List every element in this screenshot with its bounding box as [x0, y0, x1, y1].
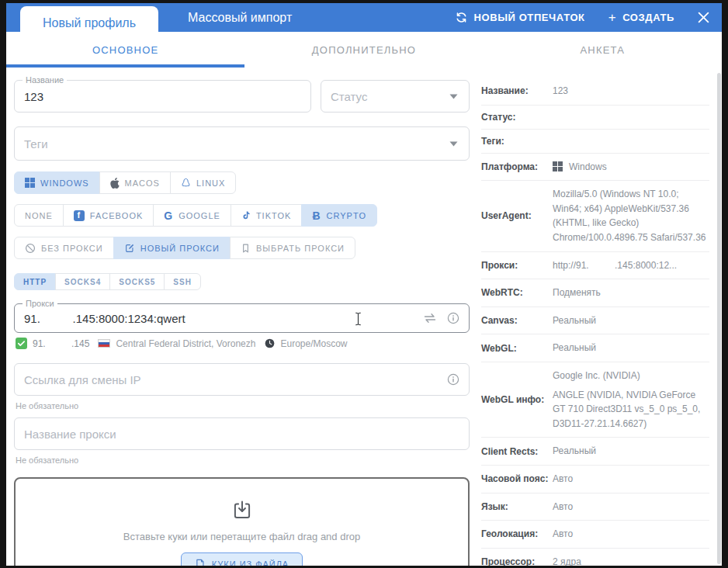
summary-value: Реальный [553, 313, 709, 328]
summary-label: Теги: [481, 136, 553, 147]
preset-none-button[interactable]: NONE [14, 204, 64, 227]
summary-value: Подменять [553, 286, 709, 300]
summary-row: Геолокация:Авто [481, 521, 709, 549]
status-placeholder: Статус [321, 90, 449, 103]
proxy-input[interactable] [15, 312, 423, 325]
clock-icon [265, 338, 275, 348]
close-button[interactable] [698, 12, 709, 23]
change-ip-input[interactable] [15, 373, 447, 386]
create-button[interactable]: + СОЗДАТЬ [608, 10, 674, 26]
proxy-name-field [14, 417, 470, 450]
preset-tiktok-label: TIKTOK [256, 211, 292, 220]
protocol-http-button[interactable]: HTTP [14, 273, 56, 290]
bitcoin-icon: Ƀ [312, 210, 321, 221]
ban-icon [25, 243, 36, 254]
check-icon [16, 338, 27, 349]
proxy-check-row: 91. .145 Central Federal District, Voron… [14, 338, 470, 349]
tab-questionnaire[interactable]: АНКЕТА [484, 32, 722, 68]
windows-icon [553, 161, 563, 171]
preset-crypto-button[interactable]: Ƀ CRYPTO [301, 204, 377, 227]
swap-icon[interactable] [423, 313, 437, 324]
proxy-check-location: Central Federal District, Voronezh [116, 338, 255, 349]
preset-google-button[interactable]: G GOOGLE [153, 204, 231, 227]
proxy-name-helper: Не обязательно [16, 455, 470, 465]
dialog-header: Новый профиль Массовый импорт НОВЫЙ ОТПЕ… [6, 3, 722, 32]
summary-row: Название:123 [481, 78, 709, 106]
change-ip-field [14, 363, 470, 396]
proxy-name-input[interactable] [15, 428, 469, 441]
windows-icon [25, 178, 35, 188]
os-linux-button[interactable]: LINUX [170, 171, 236, 194]
summary-value: Авто [553, 472, 709, 487]
preset-none-label: NONE [25, 211, 53, 220]
plus-icon: + [608, 10, 617, 26]
cookies-dropzone[interactable]: Вставьте куки или перетащите файл drag a… [14, 477, 470, 568]
bookmark-icon [241, 243, 251, 254]
info-icon[interactable] [447, 312, 459, 324]
preset-button-group: NONE f FACEBOOK G GOOGLE TIKTOK Ƀ [14, 204, 470, 227]
profile-summary-panel: Название:123Статус:Теги:Платформа:Window… [473, 68, 722, 566]
summary-label: WebGL: [481, 343, 553, 354]
profile-form: Название Статус Теги [6, 68, 473, 566]
tab-new-profile[interactable]: Новый профиль [20, 6, 158, 40]
preset-crypto-label: CRYPTO [327, 211, 366, 220]
new-fingerprint-label: НОВЫЙ ОТПЕЧАТОК [473, 12, 584, 23]
summary-label: WebRTC: [481, 287, 553, 298]
new-profile-dialog: Новый профиль Массовый импорт НОВЫЙ ОТПЕ… [0, 0, 728, 568]
upload-icon [231, 499, 254, 521]
new-fingerprint-button[interactable]: НОВЫЙ ОТПЕЧАТОК [456, 12, 584, 23]
tab-additional[interactable]: ДОПОЛНИТЕЛЬНО [244, 32, 483, 68]
summary-label: Статус: [481, 112, 553, 123]
info-icon[interactable] [447, 373, 459, 386]
select-proxy-button[interactable]: ВЫБРАТЬ ПРОКСИ [230, 237, 355, 259]
tab-bulk-import-label: Массовый импорт [188, 11, 292, 25]
tab-new-profile-label: Новый профиль [43, 16, 136, 30]
summary-label: Процессор: [481, 556, 553, 567]
status-select[interactable]: Статус [321, 80, 470, 113]
os-windows-label: WINDOWS [40, 178, 89, 188]
summary-label: Client Rects: [481, 446, 553, 457]
summary-label: WebGL инфо: [481, 394, 553, 405]
summary-row: UserAgent:Mozilla/5.0 (Windows NT 10.0; … [481, 181, 709, 251]
os-windows-button[interactable]: WINDOWS [14, 171, 100, 194]
new-proxy-button[interactable]: НОВЫЙ ПРОКСИ [113, 237, 231, 259]
proxy-field-label: Прокси [23, 299, 57, 309]
close-icon [698, 12, 709, 23]
proxy-mode-button-group: БЕЗ ПРОКСИ НОВЫЙ ПРОКСИ ВЫБРАТЬ ПРОКСИ [14, 237, 470, 259]
proxy-field: Прокси [14, 303, 470, 333]
tags-placeholder: Теги [15, 137, 449, 151]
protocol-ssh-button[interactable]: SSH [164, 273, 201, 290]
proxy-check-timezone: Europe/Moscow [280, 338, 347, 349]
preset-facebook-button[interactable]: f FACEBOOK [63, 204, 154, 227]
summary-row: WebGL инфо:Google Inc. (NVIDIA)ANGLE (NV… [481, 362, 709, 438]
summary-value: Авто [553, 527, 709, 542]
tags-select[interactable]: Теги [14, 126, 470, 161]
os-linux-label: LINUX [196, 178, 225, 188]
no-proxy-button[interactable]: БЕЗ ПРОКСИ [14, 237, 114, 259]
profile-name-input[interactable] [15, 90, 310, 103]
summary-row: Canvas:Реальный [481, 307, 709, 335]
summary-row: Прокси:http://91. .145:8000:12... [481, 252, 709, 280]
summary-value: Реальный [553, 341, 709, 355]
summary-row: WebRTC:Подменять [481, 279, 709, 307]
facebook-icon: f [74, 210, 85, 221]
preset-tiktok-button[interactable]: TIKTOK [231, 204, 303, 227]
vertical-scrollbar[interactable] [717, 73, 721, 564]
protocol-socks4-button[interactable]: SOCKS4 [55, 273, 110, 290]
proxy-check-ip: 91. .145 [33, 338, 89, 349]
summary-row: Платформа:Windows [481, 154, 709, 182]
text-cursor-icon [355, 312, 362, 326]
chevron-down-icon [449, 141, 458, 147]
summary-list: Название:123Статус:Теги:Платформа:Window… [481, 78, 709, 568]
proxy-protocol-group: HTTP SOCKS4 SOCKS5 SSH [14, 273, 470, 290]
dialog-body: Название Статус Теги [6, 68, 722, 566]
tab-bulk-import[interactable]: Массовый импорт [166, 3, 314, 32]
cookies-from-file-button[interactable]: КУКИ ИЗ ФАЙЛА [181, 552, 303, 568]
proxy-field-icons [423, 312, 459, 324]
summary-row: WebGL:Реальный [481, 334, 709, 362]
summary-label: Название: [481, 85, 553, 96]
summary-label: Прокси: [481, 260, 553, 271]
protocol-socks5-button[interactable]: SOCKS5 [109, 273, 165, 290]
os-macos-button[interactable]: MACOS [99, 171, 171, 194]
summary-value: 123 [553, 84, 709, 99]
